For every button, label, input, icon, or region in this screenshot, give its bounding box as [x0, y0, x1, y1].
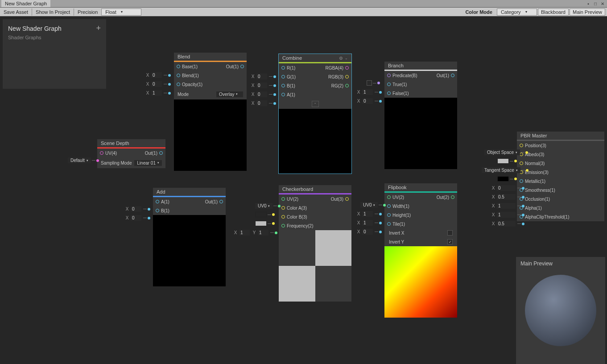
node-title[interactable]: PBR Master — [517, 132, 604, 140]
uv-default-dropdown[interactable]: Default — [68, 157, 91, 163]
graph-canvas[interactable]: New Shader Graph + Shader Graphs Blend B… — [0, 17, 607, 364]
pbr-emission-swatch[interactable] — [497, 176, 517, 182]
uv-dropdown[interactable]: UV0 — [255, 203, 273, 209]
port-in-freq[interactable] — [281, 224, 285, 228]
branch-pred-prefield[interactable] — [367, 80, 380, 86]
port-in-r[interactable] — [281, 66, 285, 70]
node-title[interactable]: Branch — [384, 62, 457, 70]
precision-dropdown[interactable]: Float — [101, 8, 141, 16]
preview-sphere[interactable] — [525, 275, 596, 346]
port-in-uv[interactable] — [281, 197, 285, 201]
port-out[interactable] — [451, 195, 454, 199]
invert-y-checkbox[interactable]: ✓ — [447, 239, 453, 244]
port-in-normal[interactable] — [520, 161, 523, 165]
node-title[interactable]: Blend — [174, 53, 247, 61]
node-checkerboard[interactable]: Checkerboard UV(2) Color A(3) Color B(3)… — [279, 185, 351, 302]
invert-x-checkbox[interactable] — [447, 230, 453, 236]
port-in-uv[interactable] — [100, 151, 103, 155]
port-out-rg[interactable] — [345, 84, 349, 87]
add-b-prefield[interactable]: X0 — [124, 215, 150, 221]
scenedepth-uv-prefield[interactable]: Default — [68, 157, 99, 163]
checker-colora-swatch[interactable] — [255, 212, 275, 217]
node-scene-depth[interactable]: Scene Depth UV(4) Out(1) Sampling Mode L… — [97, 139, 165, 168]
port-in-a[interactable] — [156, 200, 159, 203]
flipbook-height-prefield[interactable]: X1 — [356, 220, 382, 226]
blend-blend-prefield[interactable]: X0 — [145, 81, 171, 87]
blend-base-prefield[interactable]: X0 — [145, 72, 171, 78]
blackboard-panel[interactable]: New Shader Graph + Shader Graphs — [3, 19, 106, 89]
pbr-position-prefield[interactable]: Object Space — [484, 149, 528, 155]
port-in-b[interactable] — [281, 84, 285, 87]
colormode-dropdown[interactable]: Category — [497, 8, 537, 16]
checker-freq-prefield[interactable]: X1Y1 — [233, 230, 277, 236]
gear-icon[interactable]: ⚙ — [339, 56, 343, 61]
pbr-albedo-swatch[interactable] — [497, 158, 517, 164]
node-flipbook[interactable]: Flipbook UV(2) Width(1) Height(1) Tile(1… — [384, 183, 457, 318]
node-title[interactable]: Checkerboard — [279, 185, 351, 193]
port-in-g[interactable] — [281, 75, 285, 79]
port-in-false[interactable] — [387, 91, 391, 95]
pbr-smoothness-prefield[interactable]: X0.5 — [491, 194, 524, 200]
blend-opacity-prefield[interactable]: X1 — [145, 90, 171, 96]
collapse-preview-button[interactable]: ˆ — [312, 101, 319, 107]
combine-a-prefield[interactable]: X0 — [250, 100, 276, 106]
port-in-tile[interactable] — [387, 222, 391, 226]
port-in-blend[interactable] — [177, 74, 180, 77]
node-title[interactable]: Add — [153, 188, 226, 196]
show-in-project-button[interactable]: Show In Project — [32, 8, 74, 16]
add-a-prefield[interactable]: X0 — [124, 206, 150, 212]
pbr-alpha-prefield[interactable]: X1 — [491, 212, 524, 218]
flipbook-tile-prefield[interactable]: X0 — [356, 229, 382, 235]
port-in-colora[interactable] — [281, 206, 285, 210]
port-in-uv[interactable] — [387, 195, 391, 199]
chevron-down-icon[interactable]: ⌄ — [345, 56, 348, 60]
window-tab[interactable]: New Shader Graph — [1, 0, 50, 7]
combine-g-prefield[interactable]: X0 — [250, 83, 276, 88]
node-title[interactable]: Combine ⚙ ⌄ — [279, 54, 351, 62]
pbr-occlusion-prefield[interactable]: X1 — [491, 203, 524, 209]
pbr-metallic-prefield[interactable]: X0 — [491, 185, 524, 191]
port-out[interactable] — [219, 200, 223, 203]
main-preview-toggle[interactable]: Main Preview — [570, 8, 605, 16]
pbr-alphaclip-prefield[interactable]: X0.5 — [491, 221, 524, 227]
port-in-base[interactable] — [177, 65, 180, 68]
port-out-rgb[interactable] — [345, 75, 349, 79]
port-out[interactable] — [159, 151, 163, 155]
blackboard-toggle[interactable]: Blackboard — [538, 8, 569, 16]
space-dropdown[interactable]: Object Space — [484, 149, 520, 155]
port-in-opacity[interactable] — [177, 83, 180, 86]
port-out[interactable] — [451, 74, 454, 77]
flipbook-uv-prefield[interactable]: UV0 — [360, 202, 386, 208]
port-in-width[interactable] — [387, 204, 391, 208]
port-in-height[interactable] — [387, 213, 391, 217]
flipbook-width-prefield[interactable]: X1 — [356, 211, 382, 217]
node-title[interactable]: Flipbook — [384, 183, 457, 191]
pbr-normal-prefield[interactable]: Tangent Space — [482, 167, 529, 173]
checker-uv-prefield[interactable]: UV0 — [255, 203, 281, 209]
node-add[interactable]: Add A(1) B(1) Out(1) — [153, 188, 226, 286]
maximize-icon[interactable]: □ — [593, 1, 598, 6]
port-in-true[interactable] — [387, 83, 391, 86]
node-combine[interactable]: Combine ⚙ ⌄ R(1) G(1) B(1) A(1) RGBA(4) … — [279, 54, 351, 174]
blend-mode-dropdown[interactable]: Overlay — [216, 91, 243, 97]
port-in-a[interactable] — [281, 93, 285, 96]
main-preview-panel[interactable]: Main Preview — [516, 257, 605, 364]
branch-false-prefield[interactable]: X0 — [356, 98, 382, 104]
uv-dropdown[interactable]: UV0 — [360, 202, 378, 208]
add-property-button[interactable]: + — [96, 24, 101, 33]
port-out-rgba[interactable] — [345, 66, 349, 70]
port-out[interactable] — [240, 65, 244, 68]
space-dropdown[interactable]: Tangent Space — [482, 167, 520, 173]
checker-colorb-swatch[interactable] — [255, 221, 275, 226]
port-in-position[interactable] — [520, 144, 523, 147]
combine-r-prefield[interactable]: X0 — [250, 74, 276, 79]
sampling-mode-dropdown[interactable]: Linear 01 — [134, 160, 162, 166]
collapse-icon[interactable]: ▪ — [586, 1, 591, 6]
close-icon[interactable]: ✕ — [600, 1, 605, 6]
branch-true-prefield[interactable]: X1 — [356, 89, 382, 95]
port-in-metallic[interactable] — [520, 179, 523, 183]
port-in-colorb[interactable] — [281, 215, 285, 219]
node-title[interactable]: Scene Depth — [97, 139, 165, 147]
port-in-predicate[interactable] — [387, 74, 391, 77]
port-in-b[interactable] — [156, 209, 159, 212]
